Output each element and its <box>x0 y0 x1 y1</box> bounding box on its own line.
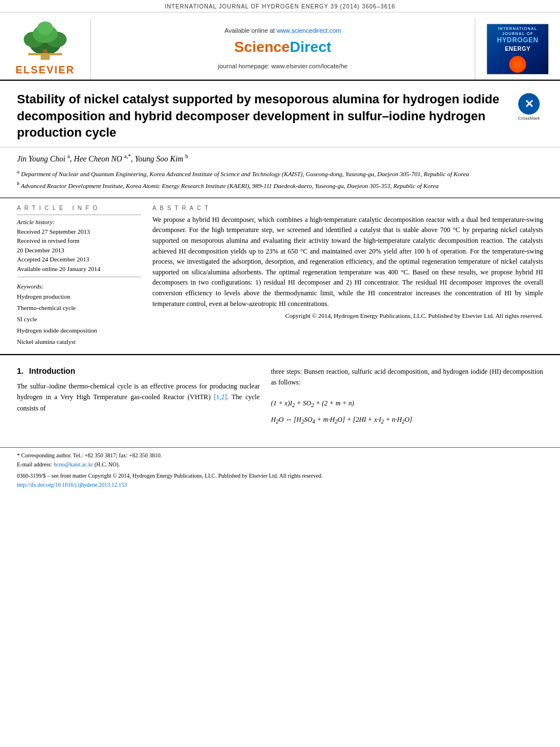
authors-line: Jin Young Choi a, Hee Cheon NO a,*, Youn… <box>17 153 543 164</box>
journal-cover-image: INTERNATIONAL JOURNAL OF HYDROGEN ENERGY <box>487 24 549 75</box>
svg-rect-7 <box>28 53 62 55</box>
title-main: Stability of nickel catalyst supported b… <box>17 91 515 141</box>
article-info-label: A R T I C L E I N F O <box>17 205 141 211</box>
authors-section: Jin Young Choi a, Hee Cheon NO a,*, Youn… <box>0 147 560 198</box>
crossmark-label: CrossMark <box>518 116 540 121</box>
introduction-section: 1. Introduction The sulfur–iodine thermo… <box>0 355 560 442</box>
equation-1: (1 + x)I2 + SO2 + (2 + m + n) <box>271 397 543 410</box>
keyword-5: Nickel alumina catalyst <box>17 337 141 348</box>
intro-right-column: three steps: Bunsen reaction, sulfuric a… <box>271 366 543 430</box>
received-revised-date: 20 December 2013 <box>17 246 141 255</box>
journal-header-bar: International Journal of Hydrogen Energy… <box>0 0 560 12</box>
page-footer: * Corresponding author. Tel.: +82 350 38… <box>0 447 560 493</box>
abstract-column: A B S T R A C T We propose a hybrid HI d… <box>152 205 543 347</box>
page-wrapper: International Journal of Hydrogen Energy… <box>0 0 560 747</box>
title-section: Stability of nickel catalyst supported b… <box>0 81 560 147</box>
sciencedirect-logo: ScienceDirect <box>234 38 331 56</box>
intro-text-left: The sulfur–iodine thermo-chemical cycle … <box>17 381 260 414</box>
keyword-2: Thermo-chemical cycle <box>17 303 141 314</box>
journal-cover-area: INTERNATIONAL JOURNAL OF HYDROGEN ENERGY <box>475 18 560 80</box>
footer-info: 0360-3199/$ – see front matter Copyright… <box>17 471 543 490</box>
author-email-link[interactable]: hcno@kaist.ac.kr <box>54 461 93 468</box>
content-columns: A R T I C L E I N F O Article history: R… <box>0 198 560 355</box>
affiliation-b: b Advanced Reactor Development Institute… <box>17 180 543 190</box>
keyword-1: Hydrogen production <box>17 291 141 303</box>
keyword-3: SI cycle <box>17 314 141 325</box>
cover-decorative-circle <box>509 56 526 73</box>
intro-section-title: 1. Introduction <box>17 366 260 375</box>
journal-title: International Journal of Hydrogen Energy… <box>165 3 395 10</box>
received-revised-label: Received in revised form <box>17 236 141 246</box>
elsevier-logo-area: ELSEVIER <box>0 18 90 80</box>
copyright-text: Copyright © 2014, Hydrogen Energy Public… <box>152 312 543 319</box>
crossmark-icon: ✕ <box>518 93 540 115</box>
article-info-column: A R T I C L E I N F O Article history: R… <box>17 205 141 347</box>
accepted-date: Accepted 24 December 2013 <box>17 255 141 264</box>
abstract-text: We propose a hybrid HI decomposer, which… <box>152 215 543 309</box>
info-divider-2 <box>17 277 141 277</box>
keywords-label: Keywords: <box>17 283 141 290</box>
available-online-date: Available online 20 January 2014 <box>17 264 141 274</box>
info-divider-1 <box>17 215 141 215</box>
intro-left-column: 1. Introduction The sulfur–iodine thermo… <box>17 366 260 430</box>
intro-text-right: three steps: Bunsen reaction, sulfuric a… <box>271 366 543 388</box>
abstract-label: A B S T R A C T <box>152 205 543 211</box>
journal-homepage: journal homepage: www.elsevier.com/locat… <box>218 63 347 69</box>
elsevier-tree-icon <box>17 18 73 63</box>
received-date: Received 27 September 2013 <box>17 227 141 237</box>
footer-corresponding: * Corresponding author. Tel.: +82 350 38… <box>17 451 543 469</box>
keyword-4: Hydrogen iodide decomposition <box>17 325 141 337</box>
keywords-section: Keywords: Hydrogen production Thermo-che… <box>17 283 141 347</box>
citation-1-2[interactable]: [1,2] <box>214 393 227 401</box>
affiliation-a: a Department of Nuclear and Quantum Engi… <box>17 168 543 178</box>
article-title: Stability of nickel catalyst supported b… <box>17 91 515 141</box>
svg-point-5 <box>37 21 53 35</box>
elsevier-brand-text: ELSEVIER <box>15 64 75 76</box>
crossmark-area: ✕ CrossMark <box>515 91 543 141</box>
available-online-text: Available online at www.sciencedirect.co… <box>225 27 341 34</box>
elsevier-logo: ELSEVIER <box>15 18 75 76</box>
equation-2: H2O ↔ [H2SO4 + m·H2O] + [2HI + x·I2 + n·… <box>271 414 543 427</box>
equation-area: (1 + x)I2 + SO2 + (2 + m + n) H2O ↔ [H2S… <box>271 388 543 427</box>
sciencedirect-link[interactable]: www.sciencedirect.com <box>277 27 341 34</box>
article-history-label: Article history: <box>17 219 141 225</box>
sciencedirect-area: Available online at www.sciencedirect.co… <box>90 18 475 80</box>
doi-link[interactable]: http://dx.doi.org/10.1016/j.ijhydene.201… <box>17 482 127 488</box>
header-section: ELSEVIER Available online at www.science… <box>0 12 560 81</box>
